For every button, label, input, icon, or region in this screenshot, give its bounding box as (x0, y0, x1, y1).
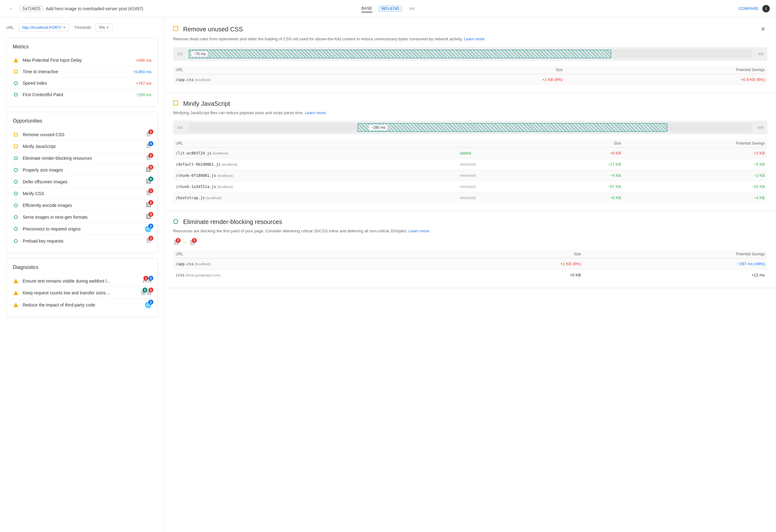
col-size: Size (443, 250, 583, 258)
main-layout: URL http://localhost:PORT/ ▼ Threshold 5… (0, 17, 776, 532)
url-path: /app.css (176, 77, 194, 82)
triangle-icon (13, 58, 18, 62)
table-row: /css (fonts.googleapis.com) +0 KB +12 ms (173, 269, 767, 280)
url-host: (localhost) (213, 152, 228, 155)
url-cell: /lit-ec003724.js (localhost) (173, 148, 457, 159)
table-row: /app.css (localhost) +1 KB (9%) +0.9 KB … (173, 74, 767, 85)
opportunity-row[interactable]: Defer offscreen images 🖼 6 (13, 176, 152, 188)
threshold-label: Threshold (74, 25, 90, 30)
section-icon-circle (173, 219, 179, 225)
bar-fill (358, 123, 667, 132)
info-button[interactable]: i (762, 5, 770, 12)
opportunity-row[interactable]: Serve images in next-gen formats 🖼 3 (13, 211, 152, 223)
bar-chart: 100 −70 ms 400 (173, 47, 767, 61)
opp-badges: 🖼 3 (146, 214, 152, 220)
badge: 1 (148, 153, 153, 158)
opportunity-row[interactable]: Minify CSS 🖹 1 (13, 188, 152, 200)
arrow-right-icon: → (182, 240, 187, 245)
tab-lint[interactable]: lint (409, 6, 415, 11)
learn-more-link[interactable]: Learn more (408, 229, 429, 233)
opportunity-row[interactable]: Preconnect to required origins 🌐 2 (13, 223, 152, 235)
compare-button[interactable]: COMPARE (739, 6, 759, 11)
opp-name: Preload key requests (23, 239, 146, 244)
metric-icon-square (13, 68, 19, 75)
url-host: (localhost) (206, 196, 222, 200)
col-savings: Potential Savings (584, 250, 767, 258)
table-row: /default-9b2d0861.js (localhost) removed… (173, 159, 767, 170)
badge-container: 🖼 3 (146, 167, 152, 173)
opp-name: Remove unused CSS (23, 132, 146, 137)
badge-container: 🖹 1 (146, 131, 152, 138)
savings-cell: −32 KB (624, 181, 767, 192)
metric-name: First Contentful Paint (23, 92, 136, 97)
url-host: (localhost) (195, 262, 210, 266)
header-tabs: BASE 98fc6745 lint (361, 5, 414, 12)
size-cell: +1 KB (9%) (411, 74, 565, 85)
badge-container: A 5 (148, 278, 152, 284)
diag-name: Ensure text remains visible during webfo… (23, 279, 143, 284)
url-cell: /chunk-0f188081.js (localhost) (173, 170, 457, 181)
diagnostic-row[interactable]: Keep request counts low and transfer siz… (13, 287, 152, 299)
badge: 6 (148, 177, 153, 182)
status-cell: removed (457, 170, 546, 181)
opportunity-row[interactable]: Minify JavaScript 🖹 4 (13, 141, 152, 152)
url-select[interactable]: http://localhost:PORT/ ▼ (19, 24, 69, 31)
url-path: /bootstrap.js (176, 196, 205, 200)
opp-badges: 🖼 6 (146, 178, 152, 185)
opp-name: Minify CSS (23, 191, 146, 196)
bar-value-label: −70 ms (191, 50, 208, 58)
close-button[interactable]: ✕ (759, 25, 767, 33)
bar-left-label: 100 (177, 125, 186, 129)
metric-value: −9,950 ms (133, 69, 152, 74)
opportunities-title: Opportunities (13, 118, 152, 124)
tab-base[interactable]: BASE (361, 5, 372, 12)
square-icon (14, 70, 18, 73)
table-row: /lit-ec003724.js (localhost) added +8 KB… (173, 148, 767, 159)
diagnostic-row[interactable]: Ensure text remains visible during webfo… (13, 275, 152, 287)
opp-badges: 🖼 3 (146, 167, 152, 173)
bar-track: −280 ms (189, 123, 752, 132)
col-size: Size (411, 66, 565, 74)
badge: 1 (148, 129, 153, 134)
opp-badges: 🖹 1 (146, 131, 152, 138)
back-button[interactable]: ← (6, 4, 16, 14)
threshold-select[interactable]: 5% ▼ (95, 24, 113, 31)
left-panel: URL http://localhost:PORT/ ▼ Threshold 5… (0, 17, 165, 532)
opportunities-card: Opportunities Remove unused CSS 🖹 1 Mini… (6, 112, 158, 253)
opp-badges: 🖹 4 (146, 143, 152, 150)
rb-icon-item: 🖹 2 (173, 239, 179, 246)
col-savings: Potential Savings (624, 139, 767, 148)
opportunity-row[interactable]: Preload key requests 🖹 1 (13, 235, 152, 247)
col-url: URL (173, 250, 443, 258)
badge-container: 🌐 2 (145, 301, 152, 308)
savings-cell: −5 KB (624, 159, 767, 170)
url-path: /lit-ec003724.js (176, 151, 212, 156)
circle-icon (14, 168, 18, 172)
learn-more-link[interactable]: Learn more (305, 110, 325, 115)
learn-more-link[interactable]: Learn more (464, 37, 484, 41)
table-row: /bootstrap.js (localhost) removed −6 KB … (173, 192, 767, 204)
col-url: URL (173, 66, 411, 74)
badge-container: 🖹 4 (146, 143, 152, 150)
size-cell: +8 KB (545, 148, 623, 159)
opportunity-row[interactable]: Eliminate render-blocking resources 🖹 1 (13, 152, 152, 164)
url-cell: /css (fonts.googleapis.com) (173, 269, 443, 280)
circle-icon (14, 180, 18, 184)
diag-badges: ⊞ 6 ⊞ 1 (141, 289, 152, 296)
opportunity-row[interactable]: Remove unused CSS 🖹 1 (13, 129, 152, 141)
right-panel: Remove unused CSS ✕ Remove dead rules fr… (165, 17, 776, 532)
diagnostic-row[interactable]: Reduce the impact of third-party code 🌐 … (13, 299, 152, 311)
metric-row: Max Potential First Input Delay +566 ms (13, 55, 152, 66)
triangle-icon (13, 279, 18, 283)
status-cell: added (457, 148, 546, 159)
col-url: URL (173, 139, 457, 148)
commit-compare-badge: 98fc6745 (378, 6, 402, 12)
data-table: URL Size Potential Savings /lit-ec003724… (173, 139, 767, 203)
opportunity-row[interactable]: Properly size images 🖼 3 (13, 164, 152, 176)
opportunity-row[interactable]: Efficiently encode images 🖼 1 (13, 200, 152, 211)
circle-icon (14, 93, 18, 96)
bar-left-label: 100 (177, 52, 186, 56)
commit-base-badge: 5a714025 (20, 6, 43, 12)
url-path: /app.css (176, 262, 194, 266)
section-header: Eliminate render-blocking resources (173, 218, 767, 226)
